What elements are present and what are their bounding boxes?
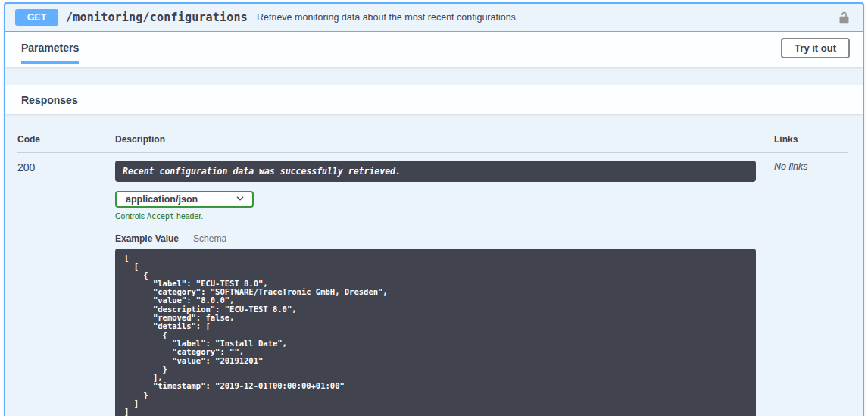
tab-separator <box>186 234 186 244</box>
responses-title: Responses <box>21 94 78 106</box>
accept-note-suffix: header. <box>174 211 203 221</box>
column-header-code: Code <box>17 134 115 145</box>
accept-header-note: Controls Accept header. <box>115 211 756 221</box>
responses-section-header: Responses <box>5 85 863 114</box>
operation-block-get: GET /monitoring/configurations Retrieve … <box>4 2 864 416</box>
responses-body: Code Description Links 200 Recent config… <box>5 114 863 416</box>
endpoint-description: Retrieve monitoring data about the most … <box>257 12 518 23</box>
response-code: 200 <box>17 161 115 416</box>
media-type-select[interactable]: application/json <box>115 191 254 208</box>
try-it-out-button[interactable]: Try it out <box>781 38 850 58</box>
response-links-cell: No links <box>756 161 848 416</box>
operation-summary[interactable]: GET /monitoring/configurations Retrieve … <box>5 4 863 32</box>
endpoint-path: /monitoring/configurations <box>66 11 248 24</box>
accept-note-prefix: Controls <box>115 211 147 221</box>
model-example-tabs: Example Value Schema <box>115 233 756 244</box>
tab-schema[interactable]: Schema <box>193 233 226 244</box>
auth-lock-button[interactable] <box>836 11 852 24</box>
column-header-description: Description <box>115 134 756 145</box>
accept-note-code-word: Accept <box>147 212 174 221</box>
tab-parameters: Parameters <box>21 42 79 64</box>
tab-example-value[interactable]: Example Value <box>115 233 179 244</box>
media-type-selected-value: application/json <box>126 194 236 205</box>
response-description-cell: Recent configuration data was successful… <box>115 161 756 416</box>
http-method-badge: GET <box>15 9 58 26</box>
parameters-section-header: Parameters Try it out <box>5 32 863 67</box>
chevron-down-icon <box>236 192 245 206</box>
responses-table-header: Code Description Links <box>17 134 848 153</box>
unlock-icon <box>838 15 851 27</box>
parameters-body <box>5 67 863 85</box>
response-row-200: 200 Recent configuration data was succes… <box>17 153 848 416</box>
column-header-links: Links <box>756 134 848 145</box>
response-description-banner: Recent configuration data was successful… <box>115 161 756 182</box>
example-json-block: [ [ { "label": "ECU-TEST 8.0", "category… <box>115 249 756 416</box>
